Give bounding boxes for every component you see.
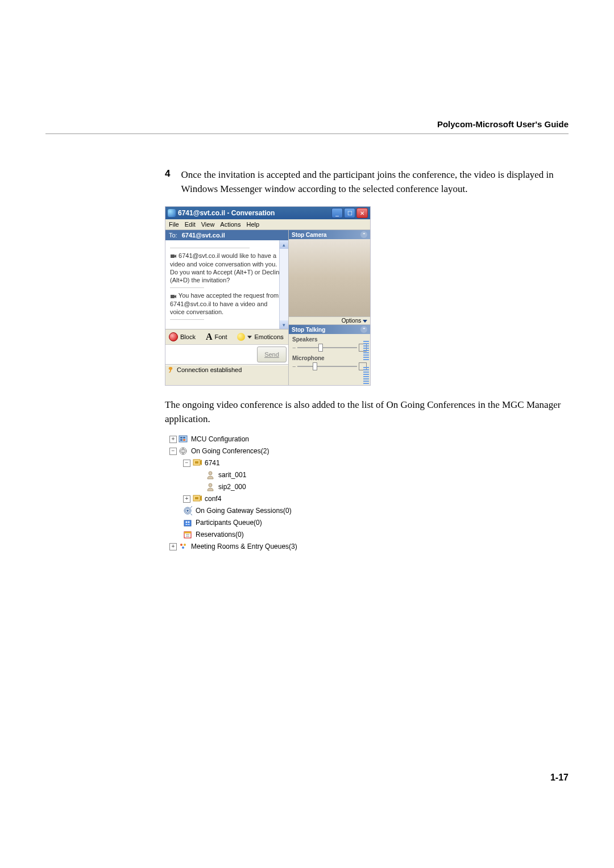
svg-point-26 bbox=[182, 546, 184, 549]
camera-icon bbox=[170, 293, 177, 300]
step-block: 4 Once the invitation is accepted and th… bbox=[165, 168, 569, 196]
conversation-inner: 6741@svt.co.il would like to have a vide… bbox=[165, 240, 288, 323]
tree-mcu[interactable]: + MCU Configuration bbox=[165, 433, 335, 445]
stop-camera-header[interactable]: Stop Camera ⌃ bbox=[289, 230, 370, 239]
menu-actions[interactable]: Actions bbox=[220, 221, 240, 228]
header-title: Polycom-Microsoft User's Guide bbox=[45, 119, 569, 129]
step-number: 4 bbox=[165, 168, 171, 196]
paragraph-2: The ongoing video conference is also add… bbox=[165, 398, 569, 426]
svg-point-7 bbox=[180, 448, 186, 454]
tree-queue[interactable]: Participants Queue(0) bbox=[165, 517, 335, 529]
emoticons-button[interactable]: Emoticons bbox=[237, 333, 283, 341]
maximize-button[interactable]: ☐ bbox=[344, 208, 355, 218]
video-preview bbox=[289, 239, 370, 317]
message-input[interactable]: Send bbox=[165, 345, 288, 365]
tree-gateway[interactable]: On Going Gateway Sessions(0) bbox=[165, 505, 335, 517]
svg-rect-6 bbox=[183, 439, 185, 441]
to-value: 6741@svt.co.il bbox=[182, 232, 225, 239]
app-icon bbox=[168, 209, 176, 217]
status-icon bbox=[168, 366, 175, 373]
emoticon-icon bbox=[237, 333, 245, 341]
meeting-rooms-icon bbox=[179, 542, 189, 551]
conference-icon bbox=[192, 494, 202, 503]
svg-point-18 bbox=[186, 521, 188, 523]
svg-rect-13 bbox=[195, 497, 198, 499]
expand-icon[interactable]: + bbox=[169, 436, 177, 443]
to-bar: To: 6741@svt.co.il bbox=[165, 230, 288, 240]
tree-reservations[interactable]: Reservations(0) bbox=[165, 529, 335, 541]
stop-camera-label: Stop Camera bbox=[292, 232, 327, 238]
minimize-button[interactable]: _ bbox=[331, 208, 343, 218]
svg-point-19 bbox=[188, 521, 190, 523]
tree-meeting[interactable]: + Meeting Rooms & Entry Queues(3) bbox=[165, 541, 335, 553]
to-label: To: bbox=[169, 232, 177, 239]
scroll-down-arrow[interactable]: ▾ bbox=[280, 320, 288, 329]
page-number: 1-17 bbox=[550, 773, 569, 783]
status-text: Connection established bbox=[177, 366, 242, 373]
truncated-header bbox=[170, 244, 250, 248]
microphone-slider[interactable]: − bbox=[292, 362, 367, 370]
tree-conf-6741[interactable]: − 6741 bbox=[165, 457, 335, 469]
conversation-area: 6741@svt.co.il would like to have a vide… bbox=[165, 240, 288, 329]
svg-rect-2 bbox=[179, 436, 187, 442]
speakers-slider[interactable]: − bbox=[292, 344, 367, 352]
p1-label: sarit_001 bbox=[218, 471, 246, 479]
expand-icon[interactable]: + bbox=[183, 495, 190, 503]
person-icon bbox=[206, 470, 216, 479]
window-buttons: _ ☐ ✕ bbox=[331, 208, 368, 218]
scrollbar[interactable]: ▴ ▾ bbox=[279, 240, 288, 329]
content-area: 4 Once the invitation is accepted and th… bbox=[165, 168, 569, 553]
stop-talking-header[interactable]: Stop Talking ⌃ bbox=[289, 325, 370, 334]
mcu-label: MCU Configuration bbox=[191, 435, 249, 443]
font-button[interactable]: A Font bbox=[206, 332, 227, 342]
tree-ongoing[interactable]: − On Going Conferences(2) bbox=[165, 445, 335, 457]
block-button[interactable]: Block bbox=[169, 332, 196, 341]
svg-rect-3 bbox=[180, 437, 182, 439]
svg-rect-9 bbox=[195, 461, 198, 464]
messenger-window: 6741@svt.co.il - Conversation _ ☐ ✕ File… bbox=[165, 206, 371, 386]
font-label: Font bbox=[214, 333, 227, 340]
audio-panel: Speakers − Microphone − bbox=[289, 334, 370, 385]
conf1-label: 6741 bbox=[205, 459, 220, 467]
expand-icon[interactable]: + bbox=[169, 543, 177, 550]
svg-rect-5 bbox=[180, 439, 182, 441]
collapse-icon[interactable]: − bbox=[169, 448, 177, 455]
dropdown-arrow-icon bbox=[247, 336, 252, 339]
svg-rect-1 bbox=[171, 295, 175, 298]
msg2-text: You have accepted the request from 6741@… bbox=[170, 292, 279, 315]
calendar-icon bbox=[183, 530, 193, 539]
window-title: 6741@svt.co.il - Conversation bbox=[178, 209, 329, 217]
message-2: You have accepted the request from 6741@… bbox=[170, 291, 284, 316]
mgc-tree: + MCU Configuration − On Going Conferenc… bbox=[165, 433, 335, 553]
conference-icon bbox=[192, 458, 202, 468]
menu-help[interactable]: Help bbox=[246, 221, 259, 228]
menu-edit[interactable]: Edit bbox=[185, 221, 196, 228]
menubar: File Edit View Actions Help bbox=[165, 219, 370, 230]
close-button[interactable]: ✕ bbox=[356, 208, 368, 218]
conf2-label: conf4 bbox=[205, 495, 221, 503]
svg-rect-0 bbox=[171, 254, 175, 258]
header-rule bbox=[45, 133, 569, 134]
svg-point-10 bbox=[209, 471, 212, 475]
scroll-up-arrow[interactable]: ▴ bbox=[280, 240, 288, 249]
microphone-label: Microphone bbox=[292, 355, 367, 361]
tree-participant-1[interactable]: sarit_001 bbox=[165, 469, 335, 481]
mcu-icon bbox=[179, 435, 189, 444]
p2-label: sip2_000 bbox=[218, 483, 246, 491]
menu-view[interactable]: View bbox=[201, 221, 215, 228]
tree-conf4[interactable]: + conf4 bbox=[165, 493, 335, 505]
collapse-icon-2: ⌃ bbox=[360, 326, 367, 333]
font-icon: A bbox=[206, 332, 213, 342]
gateway-icon bbox=[183, 506, 193, 515]
send-label: Send bbox=[264, 351, 279, 358]
tree-participant-2[interactable]: sip2_000 bbox=[165, 481, 335, 493]
options-label: Options bbox=[342, 318, 361, 324]
menu-file[interactable]: File bbox=[169, 221, 179, 228]
send-button[interactable]: Send bbox=[257, 347, 287, 362]
left-column: To: 6741@svt.co.il 6741@svt.co.il would … bbox=[165, 230, 288, 385]
step-text: Once the invitation is accepted and the … bbox=[181, 168, 569, 196]
page-header: Polycom-Microsoft User's Guide bbox=[0, 119, 614, 139]
options-bar[interactable]: Options bbox=[289, 317, 370, 325]
collapse-icon[interactable]: − bbox=[183, 460, 190, 467]
block-icon bbox=[169, 332, 178, 341]
